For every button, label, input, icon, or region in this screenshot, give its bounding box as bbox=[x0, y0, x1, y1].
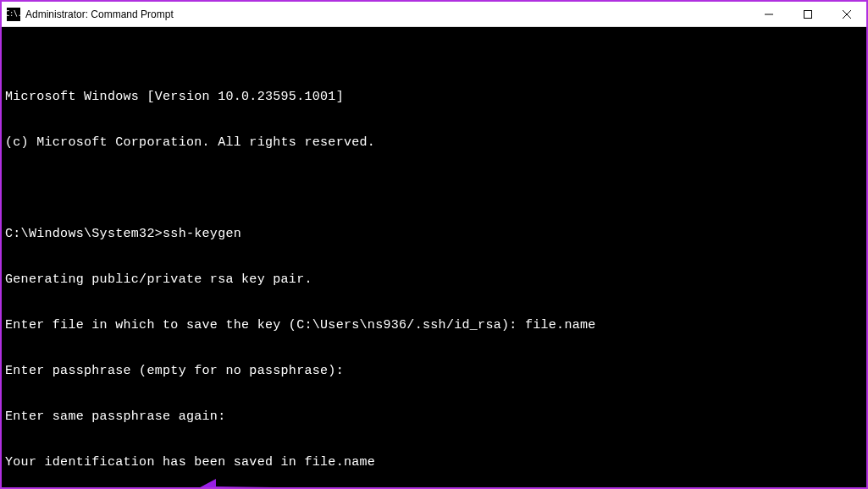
terminal[interactable]: Microsoft Windows [Version 10.0.23595.10… bbox=[2, 27, 866, 487]
terminal-line: Generating public/private rsa key pair. bbox=[5, 272, 863, 288]
terminal-line: Enter same passphrase again: bbox=[5, 409, 863, 425]
terminal-line bbox=[5, 181, 863, 196]
terminal-line: (c) Microsoft Corporation. All rights re… bbox=[5, 135, 863, 151]
close-button[interactable] bbox=[827, 2, 866, 26]
window-controls bbox=[749, 2, 866, 26]
terminal-line: Enter file in which to save the key (C:\… bbox=[5, 318, 863, 333]
cmd-icon: C:\. bbox=[7, 8, 20, 21]
terminal-line: C:\Windows\System32>ssh-keygen bbox=[5, 227, 863, 242]
maximize-button[interactable] bbox=[788, 2, 827, 26]
terminal-line: Microsoft Windows [Version 10.0.23595.10… bbox=[5, 90, 863, 105]
minimize-button[interactable] bbox=[749, 2, 788, 26]
terminal-line: Enter passphrase (empty for no passphras… bbox=[5, 364, 863, 379]
svg-rect-1 bbox=[804, 10, 812, 18]
window-title: Administrator: Command Prompt bbox=[25, 8, 749, 20]
titlebar: C:\. Administrator: Command Prompt bbox=[2, 2, 866, 27]
terminal-output: Microsoft Windows [Version 10.0.23595.10… bbox=[5, 59, 863, 489]
terminal-line: Your identification has been saved in fi… bbox=[5, 455, 863, 470]
